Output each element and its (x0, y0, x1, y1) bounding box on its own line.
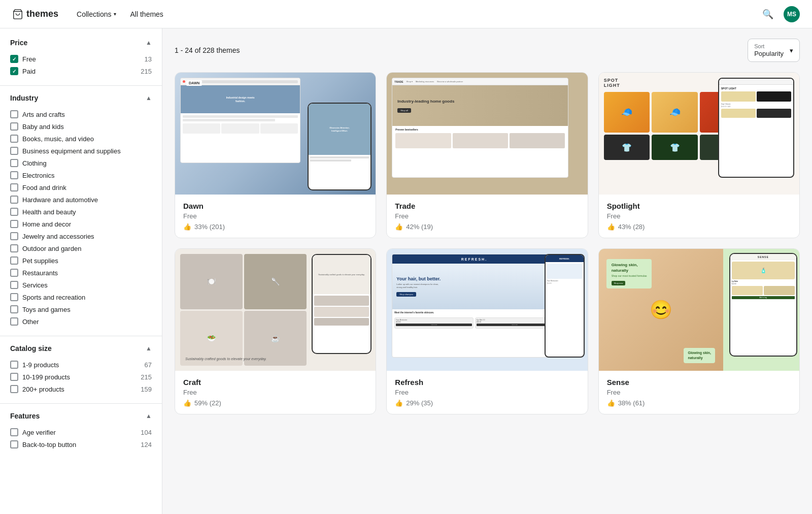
trade-price: Free (395, 212, 579, 220)
filter-item-industry-10[interactable]: Jewelry and accessories (10, 230, 152, 242)
dawn-price: Free (183, 212, 367, 220)
catalog-10-199-label: 10-199 products (22, 373, 70, 381)
filter-item-industry-1[interactable]: Baby and kids (10, 120, 152, 133)
craft-name: Craft (183, 378, 367, 387)
age-verifier-label: Age verifier (22, 429, 56, 436)
theme-card-sense[interactable]: 😊 Glowing skin,naturally Shop our most t… (598, 248, 800, 414)
results-count: 1 - 24 of 228 themes (175, 46, 240, 54)
sense-rating: 👍 38% (61) (607, 399, 791, 407)
catalog-size-filter-header[interactable]: Catalog size ▲ (10, 344, 152, 352)
filter-item-1-9[interactable]: 1-9 products 67 (10, 359, 152, 371)
filter-item-industry-5[interactable]: Electronics (10, 169, 152, 181)
back-to-top-count: 124 (141, 441, 152, 448)
content-header: 1 - 24 of 228 themes Sort Popularity ▾ (175, 39, 800, 62)
industry-checkbox-14[interactable] (10, 281, 18, 289)
industry-checkbox-1[interactable] (10, 122, 18, 131)
free-label: Free (22, 55, 36, 63)
price-filter-header[interactable]: Price ▲ (10, 39, 152, 47)
filter-item-industry-11[interactable]: Outdoor and garden (10, 242, 152, 254)
industry-label-13: Restaurants (22, 269, 58, 277)
industry-checkbox-8[interactable] (10, 208, 18, 216)
price-filter-title: Price (10, 39, 27, 47)
industry-checkbox-7[interactable] (10, 196, 18, 204)
sense-info: Sense Free 👍 38% (61) (599, 371, 799, 414)
filter-item-industry-12[interactable]: Pet supplies (10, 254, 152, 267)
search-button[interactable]: 🔍 (758, 5, 777, 24)
shopify-bag-icon (12, 9, 23, 20)
filter-item-industry-16[interactable]: Toys and games (10, 303, 152, 315)
all-themes-nav-item[interactable]: All themes (124, 6, 170, 22)
industry-label-2: Books, music, and video (22, 135, 94, 143)
filter-item-industry-14[interactable]: Services (10, 279, 152, 291)
theme-card-craft[interactable]: 🍽️ 🥄 🥗 ☕ Sustainably crafted goods to el… (175, 248, 376, 414)
industry-label-17: Other (22, 318, 39, 326)
spotlight-name: Spotlight (607, 202, 791, 210)
sort-dropdown[interactable]: Sort Popularity ▾ (748, 39, 800, 62)
sense-preview: 😊 Glowing skin,naturally Shop our most t… (599, 249, 799, 371)
header: themes Collections ▾ All themes 🔍 MS (0, 0, 812, 28)
catalog-1-9-checkbox[interactable] (10, 361, 18, 369)
spotlight-info: Spotlight Free 👍 43% (28) (599, 195, 799, 238)
catalog-10-199-checkbox[interactable] (10, 373, 18, 381)
back-to-top-checkbox[interactable] (10, 440, 18, 448)
catalog-1-9-count: 67 (145, 361, 152, 369)
industry-checkbox-10[interactable] (10, 232, 18, 240)
filter-item-industry-15[interactable]: Sports and recreation (10, 291, 152, 303)
industry-checkbox-11[interactable] (10, 244, 18, 252)
industry-checkbox-4[interactable] (10, 159, 18, 167)
filter-item-industry-3[interactable]: Business equipment and supplies (10, 145, 152, 157)
filter-item-industry-6[interactable]: Food and drink (10, 181, 152, 194)
theme-card-spotlight[interactable]: SPOTLIGHT 🧢 🧢 🧢 🧢 👕 👕 👕 🧢 (598, 72, 800, 238)
filter-item-age-verifier[interactable]: Age verifier 104 (10, 426, 152, 438)
industry-label-7: Hardware and automotive (22, 196, 98, 204)
industry-checkbox-5[interactable] (10, 171, 18, 179)
filter-item-industry-2[interactable]: Books, music, and video (10, 133, 152, 145)
paid-checkbox[interactable] (10, 67, 18, 75)
industry-checkbox-13[interactable] (10, 269, 18, 277)
industry-label-10: Jewelry and accessories (22, 233, 94, 240)
theme-card-refresh[interactable]: REFRESH. Your hair, but better. Lather u… (386, 248, 588, 414)
filter-item-industry-9[interactable]: Home and decor (10, 218, 152, 230)
industry-checkbox-9[interactable] (10, 220, 18, 228)
catalog-200plus-checkbox[interactable] (10, 385, 18, 393)
industry-checkbox-0[interactable] (10, 110, 18, 118)
industry-items-list: Arts and crafts Baby and kids Books, mus… (10, 108, 152, 328)
filter-item-industry-17[interactable]: Other (10, 315, 152, 328)
sense-price: Free (607, 389, 791, 396)
industry-filter-section: Industry ▲ Arts and crafts Baby and kids… (0, 94, 162, 336)
filter-item-industry-4[interactable]: Clothing (10, 157, 152, 169)
refresh-rating-pct: 29% (35) (406, 399, 433, 407)
collections-nav-item[interactable]: Collections ▾ (71, 6, 122, 22)
industry-checkbox-16[interactable] (10, 305, 18, 313)
filter-item-paid[interactable]: Paid 215 (10, 65, 152, 77)
industry-checkbox-17[interactable] (10, 317, 18, 326)
free-checkbox[interactable] (10, 55, 18, 63)
filter-item-industry-13[interactable]: Restaurants (10, 267, 152, 279)
refresh-rating: 👍 29% (35) (395, 399, 579, 407)
filter-item-industry-0[interactable]: Arts and crafts (10, 108, 152, 120)
filter-item-free[interactable]: Free 13 (10, 53, 152, 65)
logo[interactable]: themes (12, 9, 58, 20)
industry-checkbox-12[interactable] (10, 256, 18, 265)
spotlight-rating-pct: 43% (28) (618, 223, 645, 231)
theme-card-dawn[interactable]: Industrial design meetsfashion. (175, 72, 376, 238)
industry-checkbox-3[interactable] (10, 147, 18, 155)
refresh-info: Refresh Free 👍 29% (35) (387, 371, 587, 414)
filter-item-200plus[interactable]: 200+ products 159 (10, 383, 152, 395)
avatar[interactable]: MS (784, 6, 800, 22)
industry-filter-header[interactable]: Industry ▲ (10, 94, 152, 102)
trade-rating: 👍 42% (19) (395, 223, 579, 231)
industry-checkbox-15[interactable] (10, 293, 18, 301)
filter-item-industry-8[interactable]: Health and beauty (10, 206, 152, 218)
catalog-size-chevron-icon: ▲ (146, 345, 152, 352)
features-filter-header[interactable]: Features ▲ (10, 412, 152, 420)
filter-item-back-to-top[interactable]: Back-to-top button 124 (10, 438, 152, 451)
industry-checkbox-2[interactable] (10, 135, 18, 143)
thumb-up-icon: 👍 (183, 223, 191, 231)
craft-preview: 🍽️ 🥄 🥗 ☕ Sustainably crafted goods to el… (175, 249, 376, 371)
filter-item-industry-7[interactable]: Hardware and automotive (10, 194, 152, 206)
age-verifier-checkbox[interactable] (10, 428, 18, 436)
theme-card-trade[interactable]: TRADE Shop ▾ Marketing resources Become … (386, 72, 588, 238)
industry-checkbox-6[interactable] (10, 183, 18, 191)
filter-item-10-199[interactable]: 10-199 products 215 (10, 371, 152, 383)
